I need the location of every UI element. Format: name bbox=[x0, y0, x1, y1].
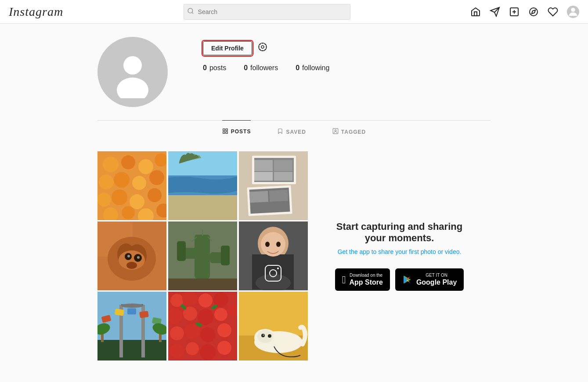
svg-rect-101 bbox=[127, 308, 136, 314]
svg-line-22 bbox=[260, 49, 260, 50]
svg-point-34 bbox=[99, 175, 114, 189]
svg-rect-24 bbox=[226, 129, 227, 130]
tagged-tab-label: TAGGED bbox=[341, 129, 366, 135]
posts-stat[interactable]: 0 posts bbox=[203, 64, 226, 72]
svg-rect-94 bbox=[97, 340, 166, 361]
svg-rect-55 bbox=[254, 172, 273, 181]
svg-point-71 bbox=[126, 262, 137, 269]
activity-icon[interactable] bbox=[548, 7, 558, 17]
explore-icon[interactable] bbox=[528, 7, 539, 17]
instagram-logo: Instagram bbox=[9, 5, 63, 19]
svg-rect-102 bbox=[139, 311, 149, 318]
header: Instagram bbox=[0, 0, 588, 24]
svg-line-21 bbox=[265, 44, 265, 45]
svg-point-125 bbox=[217, 341, 231, 355]
svg-point-36 bbox=[132, 176, 146, 190]
profile-actions: Edit Profile bbox=[203, 41, 491, 55]
cta-subtitle: Get the app to share your first photo or… bbox=[338, 248, 462, 255]
grid-cell-baby[interactable] bbox=[239, 221, 308, 290]
svg-point-115 bbox=[198, 309, 213, 325]
svg-rect-26 bbox=[226, 132, 227, 133]
profile-info: Edit Profile bbox=[203, 37, 491, 72]
cta-title: Start capturing and sharing your moments… bbox=[326, 221, 473, 244]
grid-cell-carnival[interactable] bbox=[97, 292, 166, 361]
followers-stat[interactable]: 0 followers bbox=[244, 64, 278, 72]
svg-point-38 bbox=[97, 193, 111, 207]
app-store-button[interactable]:  Download on the App Store bbox=[335, 268, 390, 291]
svg-rect-56 bbox=[274, 172, 292, 181]
profile-stats: 0 posts 0 followers 0 following bbox=[203, 64, 491, 72]
svg-marker-8 bbox=[532, 10, 535, 13]
svg-point-31 bbox=[121, 155, 135, 169]
svg-point-7 bbox=[530, 8, 537, 16]
grid-cell-cat[interactable] bbox=[239, 292, 308, 361]
grid-cell-photos[interactable] bbox=[239, 151, 308, 220]
followers-count: 0 bbox=[244, 64, 248, 72]
svg-point-35 bbox=[114, 172, 130, 188]
avatar[interactable] bbox=[567, 6, 579, 18]
svg-rect-23 bbox=[223, 129, 224, 130]
svg-rect-75 bbox=[177, 241, 186, 261]
google-play-icon bbox=[402, 275, 413, 285]
svg-point-116 bbox=[214, 308, 227, 321]
new-post-icon[interactable] bbox=[509, 7, 519, 17]
bookmark-icon bbox=[277, 128, 283, 136]
svg-point-14 bbox=[261, 46, 264, 48]
svg-point-0 bbox=[188, 8, 193, 13]
app-store-line2: App Store bbox=[349, 278, 382, 286]
svg-point-92 bbox=[277, 268, 279, 269]
grid-icon bbox=[222, 128, 228, 136]
search-icon bbox=[187, 7, 194, 16]
svg-point-39 bbox=[112, 189, 127, 205]
svg-rect-78 bbox=[168, 278, 237, 290]
posts-tab-label: POSTS bbox=[231, 129, 251, 135]
svg-rect-47 bbox=[168, 151, 237, 178]
edit-profile-button[interactable]: Edit Profile bbox=[203, 41, 252, 55]
svg-point-135 bbox=[268, 334, 271, 338]
posts-label: posts bbox=[209, 64, 226, 72]
search-input[interactable] bbox=[184, 4, 350, 20]
svg-rect-25 bbox=[223, 132, 224, 133]
svg-point-111 bbox=[198, 293, 213, 307]
google-play-line2: Google Play bbox=[416, 278, 457, 286]
svg-rect-53 bbox=[254, 160, 273, 171]
svg-point-123 bbox=[186, 342, 199, 355]
svg-point-37 bbox=[149, 170, 164, 185]
settings-icon[interactable] bbox=[257, 42, 268, 55]
profile-header: Edit Profile bbox=[89, 37, 499, 120]
apple-icon:  bbox=[342, 274, 346, 286]
photo-grid bbox=[97, 151, 308, 361]
cta-section: Start capturing and sharing your moments… bbox=[308, 151, 491, 361]
tabs: POSTS SAVED TAGGED bbox=[89, 121, 499, 143]
svg-rect-54 bbox=[274, 160, 292, 171]
svg-rect-73 bbox=[195, 235, 210, 278]
grid-cell-flowers[interactable] bbox=[168, 292, 237, 361]
google-play-button[interactable]: GET IT ON Google Play bbox=[395, 268, 464, 291]
following-stat[interactable]: 0 following bbox=[296, 64, 329, 72]
app-store-line1: Download on the bbox=[349, 273, 382, 278]
main-content: Edit Profile bbox=[89, 24, 499, 382]
person-tag-icon bbox=[332, 128, 339, 136]
grid-cell-dog[interactable] bbox=[97, 221, 166, 290]
svg-point-124 bbox=[200, 344, 216, 360]
tab-tagged[interactable]: TAGGED bbox=[332, 121, 366, 143]
svg-rect-49 bbox=[168, 195, 237, 220]
direct-icon[interactable] bbox=[490, 7, 500, 17]
tab-posts[interactable]: POSTS bbox=[222, 120, 251, 143]
svg-point-70 bbox=[137, 256, 140, 259]
grid-cell-cactus[interactable] bbox=[168, 221, 237, 290]
profile-avatar bbox=[97, 37, 168, 107]
header-nav bbox=[470, 6, 579, 18]
svg-point-11 bbox=[123, 56, 142, 75]
grid-cell-oranges[interactable] bbox=[97, 151, 166, 220]
svg-point-120 bbox=[200, 327, 215, 342]
svg-point-88 bbox=[276, 242, 281, 247]
grid-cell-beach[interactable] bbox=[168, 151, 237, 220]
home-icon[interactable] bbox=[470, 7, 481, 17]
content-area: Start capturing and sharing your moments… bbox=[89, 143, 499, 369]
svg-rect-59 bbox=[249, 191, 268, 203]
svg-point-98 bbox=[121, 303, 143, 308]
svg-point-40 bbox=[130, 194, 144, 209]
tab-saved[interactable]: SAVED bbox=[277, 121, 306, 143]
svg-point-87 bbox=[265, 242, 270, 247]
